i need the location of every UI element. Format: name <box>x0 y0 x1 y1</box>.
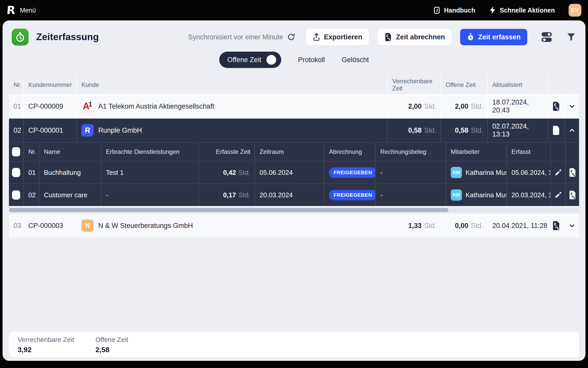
row-kunde: N N & W Steuerberatungs GmbH <box>77 214 388 238</box>
status-badge: FREIGEGEBEN <box>329 190 376 200</box>
view-tabs: Offene Zeit Protokoll Gelöscht <box>3 48 585 76</box>
offene-zeit-toggle[interactable] <box>266 55 276 65</box>
subrow-abrechnung: FREIGEGEBEN <box>324 162 376 183</box>
subrow-name: Customer care <box>39 184 101 206</box>
subrow-name: Buchhaltung <box>39 162 101 183</box>
status-badge: FREIGEGEBEN <box>329 167 376 178</box>
pencil-icon <box>554 169 562 176</box>
column-header-verrechenbare-zeit: Verrechenbare Zeit <box>388 76 441 94</box>
horizontal-scrollbar[interactable] <box>9 208 579 212</box>
exportieren-button[interactable]: Exportieren <box>306 29 369 45</box>
row-expand-button[interactable] <box>565 214 579 238</box>
tab-protokoll[interactable]: Protokoll <box>298 56 325 64</box>
zeit-abrechnen-button[interactable]: € Zeit abrechnen <box>377 29 451 45</box>
row-checkbox[interactable] <box>12 190 20 200</box>
subtable-row[interactable]: 02 Customer care - 0,17Std. 20.03.2024 F… <box>9 183 579 206</box>
column-header-kunde: Kunde <box>77 76 388 94</box>
column-header-offene-zeit: Offene Zeit <box>441 76 488 94</box>
subrow-rechnungsbeleg: - <box>376 162 446 183</box>
svg-text:€: € <box>554 222 556 226</box>
tab-offene-zeit[interactable]: Offene Zeit <box>219 52 281 68</box>
topbar: R Menü i Handbuch Schnelle Aktionen EV <box>0 0 588 20</box>
table-row[interactable]: 03 CP-000003 N N & W Steuerberatungs Gmb… <box>9 214 579 238</box>
filter-button[interactable] <box>566 32 576 42</box>
subrow-zeitraum: 20.03.2024 <box>255 184 324 206</box>
entry-billing-button[interactable]: € <box>566 162 579 183</box>
subtable-row[interactable]: 01 Buchhaltung Test 1 0,42Std. 05.06.202… <box>9 161 579 183</box>
page-title: Zeiterfassung <box>36 32 99 42</box>
mitarbeiter-avatar: KM <box>451 189 462 201</box>
row-expand-button[interactable] <box>565 95 579 118</box>
handbuch-label: Handbuch <box>444 7 475 14</box>
subcolumn-header-erfasst: Erfasst <box>507 143 551 161</box>
mitarbeiter-avatar: KM <box>451 167 462 178</box>
svg-text:€: € <box>570 169 573 173</box>
row-aktualisiert: 02.07.2024, 13:13 <box>488 119 548 142</box>
runple-customer-logo: R <box>81 124 94 136</box>
table-header-row: Nr. Kundennummer Kunde Verrechenbare Zei… <box>9 76 579 94</box>
column-settings-button[interactable] <box>540 31 553 43</box>
table-row-expanded[interactable]: 02 CP-000001 R Runple GmbH 0,58Std. 0,58… <box>9 118 579 142</box>
pencil-icon <box>554 191 562 199</box>
subrow-erfasste-zeit: 0,42Std. <box>199 162 255 183</box>
svg-text:€: € <box>570 191 573 196</box>
runple-logo-icon: R <box>6 5 16 16</box>
row-nr: 01 <box>9 95 24 118</box>
column-header-aktualisiert: Aktualisiert <box>488 76 548 94</box>
tab-geloescht[interactable]: Gelöscht <box>342 56 369 64</box>
row-verrechenbare-zeit: 2,00Std. <box>388 95 441 118</box>
zeiterfassung-app-icon <box>12 29 29 45</box>
handbuch-button[interactable]: i Handbuch <box>433 6 475 14</box>
row-nr: 03 <box>9 214 24 238</box>
subrow-mitarbeiter: KM Katharina Muster <box>446 162 507 183</box>
row-kundennummer: CP-000003 <box>24 214 77 238</box>
subcolumn-header-rechnungsbeleg: Rechnungsbeleg <box>376 143 446 161</box>
entry-billing-button[interactable]: € <box>566 184 579 206</box>
row-kundennummer: CP-000001 <box>24 119 77 142</box>
row-checkbox[interactable] <box>12 168 20 177</box>
user-avatar[interactable]: EV <box>569 4 581 17</box>
refresh-icon[interactable] <box>287 33 295 41</box>
row-billing-button[interactable]: € <box>548 119 565 142</box>
offene-zeit-total-value: 2,58 <box>95 346 173 354</box>
export-icon <box>313 33 320 41</box>
menu-button[interactable]: R Menü <box>7 5 36 16</box>
subcolumn-header-zeitraum: Zeitraum <box>255 143 324 161</box>
zeit-erfassen-label: Zeit erfassen <box>478 33 521 41</box>
row-verrechenbare-zeit: 0,58Std. <box>388 119 441 142</box>
menu-label: Menü <box>20 7 36 14</box>
toggles-icon <box>540 31 553 43</box>
row-collapse-button[interactable] <box>565 119 579 142</box>
row-offene-zeit: 2,00Std. <box>441 95 488 118</box>
expanded-section: 02 CP-000001 R Runple GmbH 0,58Std. 0,58… <box>9 118 579 206</box>
select-all-checkbox[interactable] <box>12 147 20 156</box>
chevron-down-icon <box>568 103 575 110</box>
row-offene-zeit: 0,58Std. <box>441 119 488 142</box>
zeit-abrechnen-label: Zeit abrechnen <box>396 33 445 41</box>
row-kunde: R Runple GmbH <box>77 119 388 142</box>
lightning-icon <box>489 6 496 14</box>
table-row[interactable]: 01 CP-000009 A1 A1 Telekom Austria Aktie… <box>9 94 579 118</box>
scrollbar-thumb[interactable] <box>9 208 448 212</box>
row-aktualisiert: 18.07.2024, 20:43 <box>488 95 548 118</box>
row-kundennummer: CP-000009 <box>24 95 77 118</box>
edit-entry-button[interactable] <box>551 162 566 183</box>
svg-text:i: i <box>436 8 438 13</box>
subrow-dienstleistung: Test 1 <box>101 162 199 183</box>
row-billing-button[interactable]: € <box>548 95 565 118</box>
row-kunde: A1 A1 Telekom Austria Aktiengesellschaft <box>77 95 388 118</box>
subrow-rechnungsbeleg: - <box>376 184 446 206</box>
subcolumn-header-mitarbeiter: Mitarbeiter <box>446 143 507 161</box>
verrechenbare-zeit-total-value: 3,92 <box>18 346 95 354</box>
subrow-nr: 02 <box>24 184 39 206</box>
svg-text:€: € <box>554 102 556 107</box>
zeit-erfassen-button[interactable]: Zeit erfassen <box>460 29 527 45</box>
subrow-dienstleistung: - <box>101 184 199 206</box>
row-billing-button[interactable]: € <box>548 214 565 238</box>
edit-entry-button[interactable] <box>551 184 566 206</box>
svg-text:€: € <box>554 126 556 131</box>
a1-logo: A1 <box>81 100 94 112</box>
chevron-down-icon <box>568 222 575 229</box>
schnelle-aktionen-button[interactable]: Schnelle Aktionen <box>489 6 555 14</box>
column-header-nr: Nr. <box>9 76 24 94</box>
